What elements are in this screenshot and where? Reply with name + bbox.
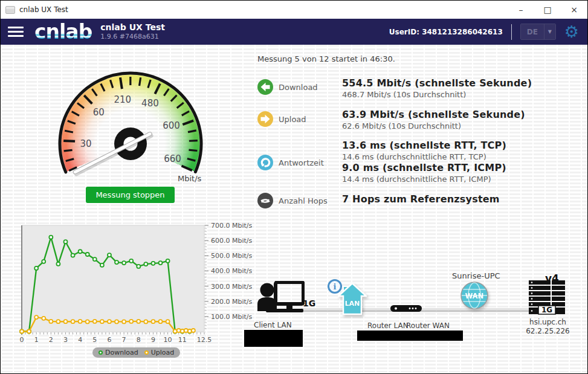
maximize-button[interactable]: □ <box>534 1 561 19</box>
legend-item-download[interactable]: Download <box>99 349 138 356</box>
download-label: Download <box>279 83 318 92</box>
svg-text:12.5: 12.5 <box>197 336 212 344</box>
router-icon <box>390 305 422 312</box>
hops-count: 7 Hops zum Referenzsystem <box>342 195 500 204</box>
svg-text:11: 11 <box>178 336 187 344</box>
upload-label: Upload <box>279 115 306 124</box>
svg-text:480: 480 <box>141 98 159 109</box>
upload-row: Upload <box>257 111 306 127</box>
svg-text:300.0 Mbit/s: 300.0 Mbit/s <box>211 283 253 291</box>
upload-values: 63.9 Mbit/s (schnellste Sekunde) 62.6 Mb… <box>342 110 525 132</box>
measurement-status: Messung 5 von 12 startet in 46:30. <box>257 54 395 63</box>
svg-text:10: 10 <box>164 336 172 344</box>
client-computer-icon <box>256 281 305 315</box>
download-legend-marker <box>99 350 103 355</box>
svg-text:4: 4 <box>78 336 82 344</box>
wan-globe-icon: WAN <box>460 282 488 309</box>
throughput-chart: 100.0 Mbit/s200.0 Mbit/s300.0 Mbit/s400.… <box>16 223 257 347</box>
svg-text:200.0 Mbit/s: 200.0 Mbit/s <box>211 298 253 306</box>
window-title: cnlab UX Test <box>19 5 68 14</box>
gear-icon[interactable]: ⚙ <box>564 24 579 40</box>
svg-text:7: 7 <box>122 336 126 344</box>
server-version-label: v4 <box>545 272 559 285</box>
upload-legend-label: Upload <box>151 349 175 356</box>
rtt-icmp-average: 14.4 ms (durchschnittliche RTT, ICMP) <box>342 175 506 183</box>
svg-text:1: 1 <box>34 336 39 344</box>
server-ip: 62.2.25.226 <box>519 327 577 336</box>
download-row: Download <box>257 79 318 95</box>
menu-icon[interactable] <box>8 27 24 37</box>
speed-gauge: 3060210480600660 <box>52 65 209 189</box>
client-lan-label: Client LAN <box>254 321 292 329</box>
gauge-dial: 3060210480600660 <box>52 65 209 189</box>
svg-text:0: 0 <box>20 336 24 344</box>
gauge-unit-label: Mbit/s <box>178 174 201 183</box>
rtt-tcp-fastest: 13.6 ms (schnellste RTT, TCP) <box>342 141 506 150</box>
svg-text:5: 5 <box>92 336 97 344</box>
svg-text:3: 3 <box>63 336 68 344</box>
language-value: DE <box>521 24 544 39</box>
hops-values: 7 Hops zum Referenzsystem <box>342 195 500 207</box>
server-speed-text: 1G <box>541 306 552 314</box>
svg-text:210: 210 <box>114 94 131 105</box>
user-id: UserID: 3481213286042613 <box>389 28 503 36</box>
titlebar: cnlab UX Test – □ × <box>1 1 587 19</box>
redaction-box-client <box>244 330 303 347</box>
close-button[interactable]: × <box>561 1 587 19</box>
language-select[interactable]: DE ▼ <box>520 24 556 40</box>
response-time-icon <box>257 155 273 170</box>
svg-text:60: 60 <box>93 107 105 118</box>
server-icon: 1G <box>528 279 566 317</box>
redaction-box-router <box>357 330 463 341</box>
svg-text:400.0 Mbit/s: 400.0 Mbit/s <box>211 267 253 275</box>
response-time-label: Antwortzeit <box>279 158 324 167</box>
hops-row: Anzahl Hops <box>257 193 328 208</box>
lan-badge-text: LAN <box>345 300 360 308</box>
svg-text:500.0 Mbit/s: 500.0 Mbit/s <box>211 252 253 260</box>
wan-badge-text: WAN <box>465 292 484 300</box>
svg-text:6: 6 <box>107 336 111 344</box>
response-values: 13.6 ms (schnellste RTT, TCP) 14.6 ms (d… <box>342 141 506 185</box>
rtt-icmp-fastest: 9.0 ms (schnellste RTT, ICMP) <box>342 163 506 173</box>
client-speed-label: 1G <box>303 298 315 308</box>
router-lan-label: Router LAN <box>367 321 409 330</box>
svg-text:8: 8 <box>137 336 141 344</box>
cnlab-logo: cnlab <box>34 22 92 42</box>
svg-text:100.0 Mbit/s: 100.0 Mbit/s <box>211 313 253 321</box>
download-average: 468.7 Mbit/s (10s Durchschnitt) <box>342 91 532 98</box>
download-fastest: 554.5 Mbit/s (schnellste Sekunde) <box>342 79 532 88</box>
router-wan-label: Router WAN <box>406 321 450 330</box>
chevron-down-icon: ▼ <box>544 24 555 39</box>
lan-house-icon: LAN <box>338 283 367 315</box>
isp-label: Sunrise-UPC <box>452 271 500 280</box>
stop-measurement-button[interactable]: Messung stoppen <box>86 187 175 203</box>
svg-text:30: 30 <box>80 138 91 149</box>
hops-label: Anzahl Hops <box>279 196 328 205</box>
svg-text:2: 2 <box>49 336 53 344</box>
app-version: 1.9.6 #7468a631 <box>100 33 165 41</box>
upload-average: 62.6 Mbit/s (10s Durchschnitt) <box>342 122 525 130</box>
upload-legend-marker <box>144 350 149 355</box>
svg-text:9: 9 <box>151 336 155 344</box>
server-hostname: hsi.upc.ch <box>519 318 577 327</box>
chart-legend[interactable]: Download Upload <box>92 347 180 358</box>
app-icon <box>5 6 15 14</box>
minimize-button[interactable]: – <box>508 1 534 19</box>
rtt-tcp-average: 14.6 ms (durchschnittliche RTT, TCP) <box>342 153 506 161</box>
download-values: 554.5 Mbit/s (schnellste Sekunde) 468.7 … <box>342 79 532 101</box>
app-window: cnlab UX Test – □ × cnlab cnlab UX Test … <box>0 0 588 374</box>
header-divider <box>511 24 512 40</box>
app-title: cnlab UX Test <box>100 22 165 33</box>
svg-text:600: 600 <box>163 120 180 131</box>
upload-icon <box>257 111 273 127</box>
legend-item-upload[interactable]: Upload <box>144 349 175 356</box>
hops-icon <box>257 193 273 208</box>
svg-text:600.0 Mbit/s: 600.0 Mbit/s <box>211 237 253 245</box>
upload-fastest: 63.9 Mbit/s (schnellste Sekunde) <box>342 110 525 120</box>
svg-text:700.0 Mbit/s: 700.0 Mbit/s <box>211 223 253 230</box>
main-content: Messung 5 von 12 startet in 46:30. 30602… <box>1 45 587 373</box>
response-row: Antwortzeit <box>257 155 324 170</box>
download-legend-label: Download <box>105 349 138 356</box>
app-header: cnlab cnlab UX Test 1.9.6 #7468a631 User… <box>1 19 587 45</box>
download-icon <box>257 79 273 95</box>
